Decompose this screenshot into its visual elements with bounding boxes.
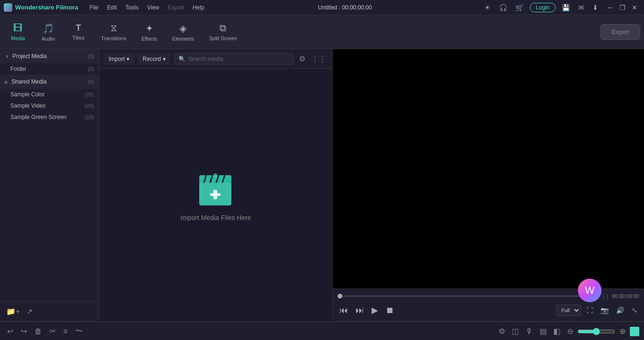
drop-zone-text: Import Media Files Here [180, 214, 251, 221]
expand-button[interactable]: ↗ [25, 306, 34, 317]
progress-thumb[interactable] [338, 294, 342, 298]
toolbar-audio[interactable]: 🎵 Audio [34, 20, 62, 44]
grid-icon[interactable]: ⋮⋮ [310, 53, 328, 65]
maximize-button[interactable]: ❐ [617, 2, 628, 13]
elements-icon: ◈ [179, 23, 186, 34]
preview-screen [333, 49, 644, 289]
sample-green-screen-count: (10) [85, 114, 94, 120]
toolbar-media[interactable]: 🎞 Media [4, 20, 32, 44]
import-button[interactable]: Import ▾ [104, 53, 134, 65]
svg-rect-7 [210, 193, 220, 196]
zoom-slider[interactable] [577, 328, 615, 335]
shared-media-header[interactable]: ▶ Shared Media (0) [0, 75, 99, 89]
redo-button[interactable]: ↪ [18, 325, 29, 337]
toolbar-effects[interactable]: ✦ Effects [135, 20, 163, 44]
toolbar-transitions-label: Transitions [101, 35, 126, 41]
toolbar-titles[interactable]: T Titles [64, 20, 93, 43]
toolbar-elements-label: Elements [172, 36, 194, 42]
menu-file[interactable]: File [85, 3, 102, 12]
headphone-icon[interactable]: 🎧 [497, 3, 509, 12]
frame-back-button[interactable]: ⏭︎ [354, 304, 366, 317]
undo-button[interactable]: ↩ [5, 325, 16, 337]
audio-waves-button[interactable]: 〜 [73, 325, 85, 338]
audio-icon: 🎵 [42, 23, 54, 34]
sidebar-footer: 📁+ ↗ [0, 301, 99, 321]
sidebar-item-sample-color[interactable]: Sample Color (25) [0, 89, 99, 100]
preview-right-icons: Full 1/2 1/4 ⛶ 📷 🔊 ⤡ [556, 305, 639, 316]
title-bar: Wondershare Filmora File Edit Tools View… [0, 0, 644, 15]
toolbar-split-screen[interactable]: ⧉ Split Screen [203, 20, 244, 44]
marker-icon[interactable]: ◫ [509, 325, 521, 337]
search-input[interactable] [188, 56, 289, 62]
media-toolbar-icons: ⚙ ⋮⋮ [297, 53, 328, 65]
sidebar-item-sample-green-screen[interactable]: Sample Green Screen (10) [0, 111, 99, 123]
minimize-button[interactable]: ─ [604, 2, 616, 13]
project-media-header[interactable]: ▼ Project Media (0) [0, 49, 99, 63]
cart-icon[interactable]: 🛒 [513, 3, 526, 12]
record-dropdown-icon: ▾ [163, 56, 166, 62]
media-panel: Import ▾ Record ▾ 🔍 ⚙ ⋮⋮ [99, 49, 332, 321]
login-button[interactable]: Login [530, 3, 556, 12]
export-button[interactable]: Export [601, 24, 640, 40]
toolbar-transitions[interactable]: ⧖ Transitions [94, 20, 133, 44]
window-controls: ─ ❐ ✕ [604, 2, 640, 13]
toolbar-elements[interactable]: ◈ Elements [166, 20, 201, 44]
add-folder-button[interactable]: 📁+ [5, 306, 21, 317]
record-button[interactable]: Record ▾ [138, 53, 170, 65]
menu-export[interactable]: Export [164, 3, 188, 12]
sidebar-item-sample-video[interactable]: Sample Video (20) [0, 100, 99, 111]
effects-icon: ✦ [145, 23, 153, 34]
mail-icon[interactable]: ✉ [576, 3, 586, 12]
project-title: Untitled : 00:00:00:00 [318, 4, 372, 11]
timeline-right-tools: ⚙ ◫ 🎙 ▤ ◧ ⊖ ⊕ [496, 325, 639, 337]
preview-time: 00:00:00:00 [612, 293, 639, 299]
filmora-watermark: W [578, 279, 602, 302]
play-button[interactable]: ▶ [370, 303, 380, 317]
timeline: ↩ ↪ 🗑 ✂ ≡ 〜 ⚙ ◫ 🎙 ▤ ◧ ⊖ ⊕ 🔗 ⚭ [0, 321, 644, 340]
resize-icon[interactable]: ⤡ [630, 305, 639, 316]
fullscreen-icon[interactable]: ⛶ [585, 305, 595, 316]
toolbar-titles-label: Titles [72, 35, 85, 41]
shared-media-label: Shared Media [11, 78, 47, 85]
stop-button[interactable]: ⏹ [384, 304, 396, 317]
titles-icon: T [76, 23, 81, 33]
menu-help[interactable]: Help [189, 3, 208, 12]
shared-media-count: (0) [88, 79, 94, 85]
zoom-out-icon[interactable]: ⊖ [565, 325, 576, 337]
delete-button[interactable]: 🗑 [32, 326, 44, 337]
cut-button[interactable]: ✂ [47, 325, 58, 337]
sun-icon[interactable]: ☀ [482, 3, 493, 12]
menu-edit[interactable]: Edit [103, 3, 121, 12]
sidebar-item-folder[interactable]: Folder (0) [0, 63, 99, 75]
download-icon[interactable]: ⬇ [590, 3, 601, 12]
screenshot-icon[interactable]: 📷 [599, 305, 610, 316]
media-toolbar: Import ▾ Record ▾ 🔍 ⚙ ⋮⋮ [99, 49, 332, 69]
save-icon[interactable]: 💾 [559, 3, 572, 12]
volume-icon[interactable]: 🔊 [614, 305, 626, 316]
sample-green-screen-label: Sample Green Screen [10, 114, 67, 120]
chevron-right-icon: ▶ [5, 79, 8, 85]
record-label: Record [143, 56, 161, 62]
record-audio-icon[interactable]: 🎙 [523, 326, 535, 337]
close-button[interactable]: ✕ [629, 2, 640, 13]
captions-icon[interactable]: ▤ [537, 325, 549, 337]
quality-select[interactable]: Full 1/2 1/4 [556, 305, 581, 316]
toolbar-split-screen-label: Split Screen [209, 35, 237, 41]
menu-view[interactable]: View [143, 3, 163, 12]
search-icon: 🔍 [178, 56, 186, 62]
media-icon: 🎞 [13, 23, 23, 34]
preview-panel: { } 00:00:00:00 ⏮ ⏭︎ ▶ ⏹ Full 1/2 1/4 ⛶ [332, 49, 644, 321]
toolbar-audio-label: Audio [42, 36, 55, 42]
media-drop-zone[interactable]: Import Media Files Here [99, 69, 332, 321]
settings-icon[interactable]: ⚙ [496, 325, 508, 337]
progress-track[interactable] [338, 295, 599, 297]
filter-icon[interactable]: ⚙ [297, 53, 307, 65]
adjust-button[interactable]: ≡ [61, 326, 70, 337]
clapperboard-icon [195, 169, 237, 206]
color-grade-icon[interactable]: ◧ [551, 325, 563, 337]
step-back-button[interactable]: ⏮ [338, 304, 350, 317]
menu-tools[interactable]: Tools [121, 3, 142, 12]
zoom-in-icon[interactable]: ⊕ [617, 325, 628, 337]
chevron-down-icon: ▼ [5, 54, 9, 59]
menu-bar: File Edit Tools View Export Help [85, 3, 208, 12]
